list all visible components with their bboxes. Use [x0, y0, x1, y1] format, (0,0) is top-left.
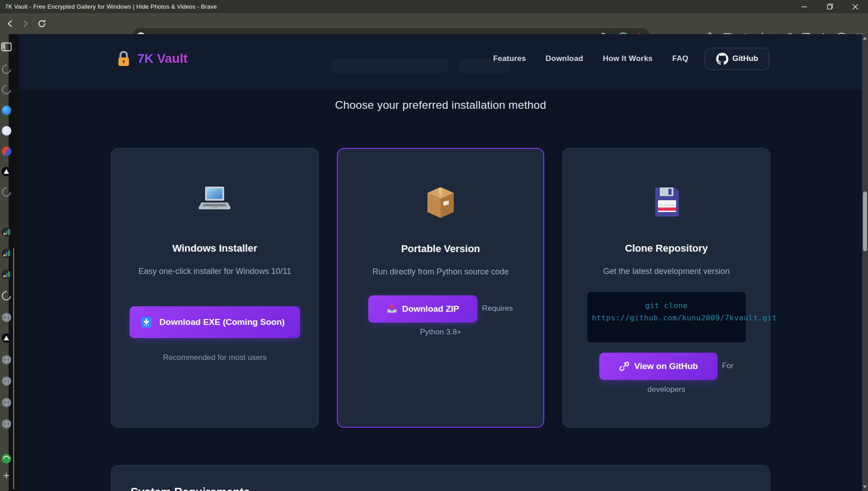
card-note: Recommended for most users — [130, 353, 300, 362]
triangle-site-icon — [1, 333, 11, 343]
card-action: Download ZIP Requires Python 3.8+ — [361, 295, 521, 342]
tab-favicon[interactable] — [1, 269, 12, 280]
forward-button[interactable] — [19, 17, 32, 30]
floppy-disk-icon — [648, 184, 685, 220]
minimize-icon — [802, 4, 807, 10]
tab-favicon[interactable] — [1, 64, 12, 75]
section-heading: Choose your preferred installation metho… — [19, 99, 862, 111]
site-header: 7K Vault Features Download How It Works … — [19, 34, 862, 90]
scroll-down-arrow[interactable] — [863, 486, 867, 488]
download-exe-button[interactable]: Download EXE (Coming Soon) — [130, 306, 300, 338]
view-on-github-label: View on GitHub — [634, 361, 698, 371]
tab-favicon[interactable] — [1, 333, 12, 344]
tab-favicon[interactable] — [1, 166, 12, 177]
close-button[interactable] — [843, 0, 868, 13]
page-scrollbar[interactable] — [862, 34, 868, 491]
tab-favicon[interactable] — [1, 354, 12, 365]
link-icon — [619, 361, 630, 372]
brand-name: 7K Vault — [137, 51, 187, 66]
new-tab-button[interactable]: + — [1, 470, 12, 481]
card-description: Get the latest development version — [581, 264, 752, 278]
light-site-icon — [2, 126, 11, 136]
tab-favicon[interactable] — [1, 187, 12, 197]
reload-icon — [37, 19, 46, 28]
tab-favicon[interactable] — [1, 312, 12, 323]
globe-site-icon — [2, 355, 11, 364]
colorful-site-icon — [2, 147, 11, 156]
download-arrow-icon — [140, 316, 152, 328]
window-titlebar: 7K Vault - Free Encrypted Gallery for Wi… — [0, 0, 868, 13]
system-requirements-card: System Requirements — [111, 465, 770, 491]
tab-favicon[interactable] — [1, 397, 12, 408]
card-title: Portable Version — [356, 243, 526, 255]
github-button-label: GitHub — [733, 54, 758, 63]
card-title: Windows Installer — [130, 243, 300, 254]
web-page: 7K Vault Features Download How It Works … — [19, 34, 862, 491]
scroll-up-arrow[interactable] — [863, 37, 867, 40]
card-title: Clone Repository — [581, 243, 752, 254]
card-description: Easy one-click installer for Windows 10/… — [130, 264, 300, 278]
tab-favicon[interactable] — [1, 453, 12, 464]
window-title: 7K Vault - Free Encrypted Gallery for Wi… — [0, 3, 217, 10]
tab-favicon[interactable] — [1, 105, 12, 116]
tab-favicon[interactable] — [1, 227, 12, 238]
restore-button[interactable] — [817, 0, 843, 13]
inbox-tray-icon — [386, 304, 397, 314]
card-windows-installer: Windows Installer Easy one-click install… — [111, 148, 319, 428]
card-action: View on GitHub For developers — [588, 353, 745, 399]
loading-spinner-icon — [0, 186, 13, 198]
card-portable-version: Portable Version Run directly from Pytho… — [337, 148, 545, 428]
package-icon — [422, 184, 459, 221]
analytics-site-icon — [1, 248, 11, 258]
scrollbar-thumb[interactable] — [863, 192, 867, 251]
github-button[interactable]: GitHub — [705, 48, 769, 70]
minimize-button[interactable] — [792, 0, 817, 13]
browser-toolbar: i localhost:8000 — [0, 13, 868, 34]
tab-favicon[interactable] — [1, 418, 12, 429]
tab-favicon[interactable] — [1, 125, 12, 136]
vertical-tab-sidebar: + — [0, 34, 19, 491]
close-icon — [853, 4, 858, 10]
restore-icon — [827, 4, 833, 10]
view-on-github-button[interactable]: View on GitHub — [599, 353, 717, 380]
back-button[interactable] — [4, 17, 16, 30]
download-zip-button[interactable]: Download ZIP — [368, 295, 477, 323]
globe-site-icon — [2, 376, 11, 386]
github-icon — [716, 53, 728, 65]
tab-favicon[interactable] — [1, 290, 12, 301]
git-clone-code: git clone https://github.com/kunu2009/7k… — [587, 292, 746, 343]
triangle-site-icon — [1, 167, 11, 177]
plus-icon: + — [3, 471, 10, 480]
tab-favicon[interactable] — [1, 84, 12, 95]
header-glow — [332, 58, 448, 73]
laptop-icon — [196, 184, 233, 220]
system-requirements-heading: System Requirements — [130, 486, 751, 491]
back-icon — [6, 20, 14, 28]
code-line: https://github.com/kunu2009/7kvault.git — [592, 314, 741, 322]
forward-icon — [21, 20, 30, 28]
sidebar-panel-icon — [1, 42, 12, 51]
brand[interactable]: 7K Vault — [116, 50, 187, 67]
nav-links: Features Download How It Works FAQ — [493, 54, 688, 63]
tab-favicon[interactable] — [1, 248, 12, 259]
toggle-sidebar-button[interactable] — [1, 41, 12, 52]
reload-button[interactable] — [35, 17, 48, 30]
loading-spinner-icon — [0, 83, 13, 96]
code-line: git clone — [645, 301, 688, 310]
nav-item-faq[interactable]: FAQ — [672, 54, 688, 63]
analytics-site-icon — [1, 269, 11, 279]
green-site-icon — [1, 454, 11, 464]
nav-item-how-it-works[interactable]: How It Works — [603, 54, 653, 63]
lock-icon — [116, 50, 131, 67]
card-clone-repository: Clone Repository Get the latest developm… — [562, 148, 770, 428]
loading-spinner-icon — [0, 289, 13, 302]
blue-site-icon — [2, 106, 11, 115]
download-exe-label: Download EXE (Coming Soon) — [155, 317, 289, 328]
tabs-scrollbar[interactable] — [13, 248, 14, 489]
tab-favicon[interactable] — [1, 375, 12, 386]
install-options: Windows Installer Easy one-click install… — [111, 148, 770, 428]
card-description: Run directly from Python source code — [356, 265, 526, 278]
tab-favicon[interactable] — [1, 146, 12, 157]
analytics-site-icon — [1, 227, 11, 237]
nav-item-download[interactable]: Download — [546, 54, 583, 63]
